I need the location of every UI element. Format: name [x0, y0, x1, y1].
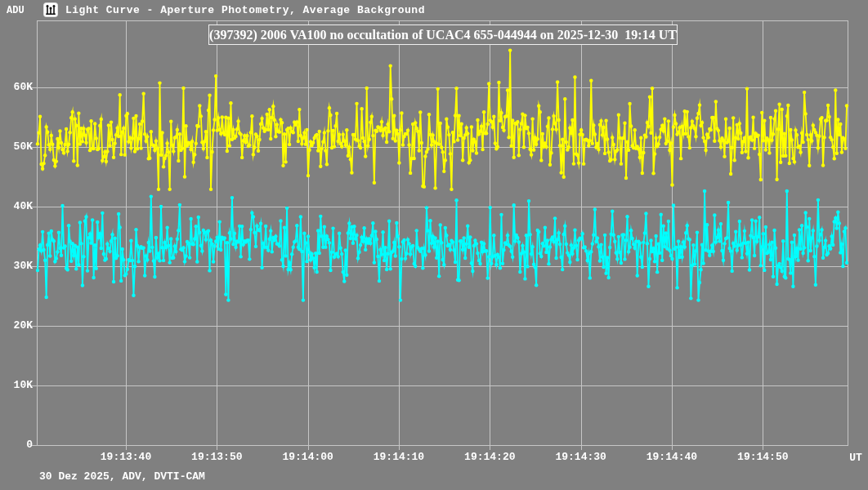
lightcurve-window: { "window": { "corner_unit_label": "ADU"… [0, 0, 868, 490]
chart-title: (397392) 2006 VA100 no occultation of UC… [209, 28, 677, 42]
observation-info-footer: 30 Dez 2025, ADV, DVTI-CAM [39, 470, 205, 483]
y-tick-label: 0 [0, 439, 33, 451]
lightcurve-icon [43, 2, 58, 17]
x-tick-label: 19:14:10 [362, 452, 436, 463]
x-tick-label: 19:14:40 [635, 452, 709, 463]
y-tick-label: 60K [0, 82, 33, 93]
chart-title-box: (397392) 2006 VA100 no occultation of UC… [208, 24, 678, 45]
x-tick-label: 19:14:00 [271, 452, 345, 463]
x-axis-unit-label: UT [845, 452, 866, 464]
x-tick-label: 19:13:40 [89, 452, 163, 463]
y-tick-label: 10K [0, 380, 33, 391]
x-tick-label: 19:14:30 [544, 452, 618, 463]
lightcurve-plot-area[interactable] [0, 0, 868, 490]
y-tick-label: 30K [0, 261, 33, 272]
x-tick-label: 19:13:50 [180, 452, 253, 463]
x-tick-label: 19:14:20 [453, 452, 526, 463]
y-tick-label: 40K [0, 201, 33, 212]
y-tick-label: 50K [0, 141, 33, 153]
y-axis-unit-label: ADU [7, 5, 25, 16]
x-tick-label: 19:14:50 [726, 452, 799, 463]
window-title: Light Curve - Aperture Photometry, Avera… [65, 4, 425, 16]
y-tick-label: 20K [0, 320, 33, 332]
